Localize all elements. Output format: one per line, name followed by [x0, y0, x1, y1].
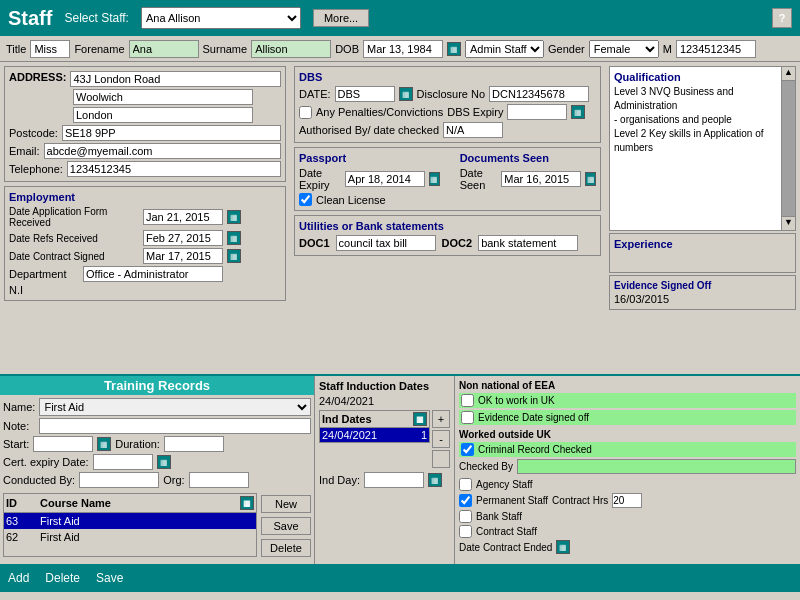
new-button[interactable]: New [261, 495, 311, 513]
passport-calendar-icon[interactable]: ▦ [429, 172, 440, 186]
telephone-input[interactable] [67, 161, 281, 177]
qual-scroll-down[interactable]: ▼ [782, 216, 795, 230]
app-form-calendar-icon[interactable]: ▦ [227, 210, 241, 224]
refs-calendar-icon[interactable]: ▦ [227, 231, 241, 245]
contract-staff-checkbox[interactable] [459, 525, 472, 538]
contract-hrs-label: Contract Hrs [552, 495, 608, 506]
induction-minus-button[interactable]: - [432, 430, 450, 448]
date-seen-input[interactable] [501, 171, 581, 187]
dob-input[interactable] [363, 40, 443, 58]
doc2-input[interactable] [478, 235, 578, 251]
induction-plus-button[interactable]: + [432, 410, 450, 428]
training-start-input[interactable] [33, 436, 93, 452]
add-button[interactable]: Add [8, 571, 29, 585]
cert-calendar-icon[interactable]: ▦ [157, 455, 171, 469]
address-line2-input[interactable] [73, 89, 253, 105]
staff-type-select[interactable]: Admin Staff [465, 40, 544, 58]
title-label: Title [6, 43, 26, 55]
ni-row: N.I [9, 284, 281, 296]
passport-section: Passport Date Expiry ▦ Clean License Doc… [294, 147, 601, 211]
ind-day-calendar-icon[interactable]: ▦ [428, 473, 442, 487]
dbs-expiry-calendar-icon[interactable]: ▦ [571, 105, 585, 119]
email-label: Email: [9, 145, 40, 157]
contract-calendar-icon[interactable]: ▦ [227, 249, 241, 263]
agency-staff-row: Agency Staff [459, 478, 796, 491]
contract-hrs-input[interactable] [612, 493, 642, 508]
contract-label: Date Contract Signed [9, 251, 139, 262]
dbs-date-input[interactable] [335, 86, 395, 102]
duration-input[interactable] [164, 436, 224, 452]
right-panel: Qualification Level 3 NVQ Business and A… [605, 62, 800, 374]
save-training-button[interactable]: Save [261, 517, 311, 535]
induction-table: Ind Dates ▦ 24/04/2021 1 [319, 410, 430, 468]
table-row-0[interactable]: 63 First Aid [4, 513, 256, 529]
email-input[interactable] [44, 143, 281, 159]
address-line1-input[interactable] [70, 71, 281, 87]
induction-scroll-down[interactable] [432, 450, 450, 468]
ind-day-input[interactable] [364, 472, 424, 488]
surname-input[interactable] [251, 40, 331, 58]
staff-select[interactable]: Ana Allison [141, 7, 301, 29]
clean-license-label: Clean License [316, 194, 386, 206]
refs-label: Date Refs Received [9, 233, 139, 244]
gender-select[interactable]: Female [589, 40, 659, 58]
refs-date[interactable] [143, 230, 223, 246]
table-row-1[interactable]: 62 First Aid [4, 529, 256, 545]
org-input[interactable] [189, 472, 249, 488]
dbs-expiry-input[interactable] [507, 104, 567, 120]
dept-label: Department [9, 268, 79, 280]
cert-expiry-input[interactable] [93, 454, 153, 470]
app-title: Staff [8, 7, 52, 30]
duration-label: Duration: [115, 438, 160, 450]
authorised-input[interactable] [443, 122, 503, 138]
training-table-area: ID Course Name ▦ 63 First Aid 62 First A… [0, 493, 314, 557]
criminal-record-checkbox[interactable] [461, 443, 474, 456]
contract-date[interactable] [143, 248, 223, 264]
ok-to-work-checkbox[interactable] [461, 394, 474, 407]
checked-by-input[interactable] [517, 459, 796, 474]
dept-input[interactable] [83, 266, 223, 282]
criminal-record-label: Criminal Record Checked [478, 444, 592, 455]
penalties-checkbox[interactable] [299, 106, 312, 119]
postcode-input[interactable] [62, 125, 281, 141]
evidence-date-row: Evidence Date signed off [459, 410, 796, 425]
doc1-input[interactable] [336, 235, 436, 251]
clean-license-checkbox[interactable] [299, 193, 312, 206]
date-contract-icon[interactable]: ▦ [556, 540, 570, 554]
delete-button[interactable]: Delete [261, 539, 311, 557]
help-button[interactable]: ? [772, 8, 792, 28]
dob-calendar-icon[interactable]: ▦ [447, 42, 461, 56]
date-contract-ended-row: Date Contract Ended ▦ [459, 540, 796, 554]
employment-section: Employment Date Application Form Receive… [4, 186, 286, 301]
dbs-date-label: DATE: [299, 88, 331, 100]
agency-staff-checkbox[interactable] [459, 478, 472, 491]
app-form-date[interactable] [143, 209, 223, 225]
action-buttons: New Save Delete [261, 493, 311, 557]
bank-staff-checkbox[interactable] [459, 510, 472, 523]
disclosure-input[interactable] [489, 86, 589, 102]
evidence-date-checkbox[interactable] [461, 411, 474, 424]
more-button[interactable]: More... [313, 9, 369, 27]
date-contract-ended-label: Date Contract Ended [459, 542, 552, 553]
address-line3-input[interactable] [73, 107, 253, 123]
row1-id: 62 [6, 531, 36, 543]
conducted-input[interactable] [79, 472, 159, 488]
passport-expiry-input[interactable] [345, 171, 425, 187]
ind-date-row[interactable]: 24/04/2021 1 [320, 428, 429, 442]
qual-scroll-up[interactable]: ▲ [782, 67, 795, 81]
save-main-button[interactable]: Save [96, 571, 123, 585]
start-calendar-icon[interactable]: ▦ [97, 437, 111, 451]
row0-name: First Aid [40, 515, 254, 527]
delete-main-button[interactable]: Delete [45, 571, 80, 585]
title-input[interactable] [30, 40, 70, 58]
m-input[interactable] [676, 40, 756, 58]
forename-input[interactable] [129, 40, 199, 58]
training-note-input[interactable] [39, 418, 311, 434]
induction-table-container: Ind Dates ▦ 24/04/2021 1 [319, 410, 430, 443]
permanent-staff-checkbox[interactable] [459, 494, 472, 507]
training-name-select[interactable]: First Aid [39, 398, 311, 416]
dbs-calendar-icon[interactable]: ▦ [399, 87, 413, 101]
date-seen-calendar-icon[interactable]: ▦ [585, 172, 596, 186]
ind-table-icon[interactable]: ▦ [413, 412, 427, 426]
table-icon[interactable]: ▦ [240, 496, 254, 510]
